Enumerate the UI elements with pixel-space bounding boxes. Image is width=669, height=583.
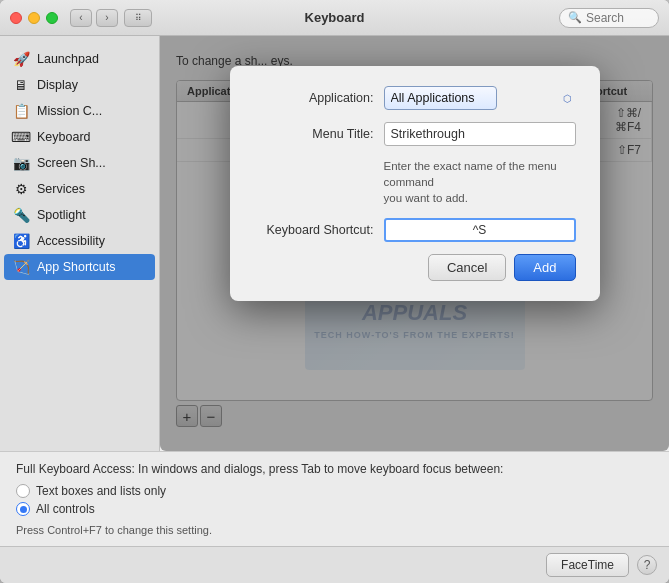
sidebar-label-display: Display	[37, 78, 78, 92]
sidebar-item-screen-sh[interactable]: 📷 Screen Sh...	[0, 150, 159, 176]
bottom-section: Full Keyboard Access: In windows and dia…	[0, 451, 669, 546]
select-arrow-icon: ⬡	[563, 93, 572, 104]
sidebar-label-launchpad: Launchpad	[37, 52, 99, 66]
display-icon: 🖥	[12, 76, 30, 94]
back-button[interactable]: ‹	[70, 9, 92, 27]
app-shortcuts-icon: 🏹	[12, 258, 30, 276]
mission-control-icon: 📋	[12, 102, 30, 120]
modal-buttons: Cancel Add	[254, 254, 576, 281]
app-row: Application: All Applications ⬡	[254, 86, 576, 110]
services-icon: ⚙	[12, 180, 30, 198]
sidebar-label-services: Services	[37, 182, 85, 196]
accessibility-icon: ♿	[12, 232, 30, 250]
radio-circle-all-controls[interactable]	[16, 502, 30, 516]
sidebar: 🚀 Launchpad 🖥 Display 📋 Mission C... ⌨ K…	[0, 36, 160, 451]
sidebar-item-launchpad[interactable]: 🚀 Launchpad	[0, 46, 159, 72]
grid-button[interactable]: ⠿	[124, 9, 152, 27]
shortcut-input-wrapper	[384, 218, 576, 242]
cancel-button[interactable]: Cancel	[428, 254, 506, 281]
help-button[interactable]: ?	[637, 555, 657, 575]
launchpad-icon: 🚀	[12, 50, 30, 68]
add-button[interactable]: Add	[514, 254, 575, 281]
keyboard-icon: ⌨	[12, 128, 30, 146]
facetime-button[interactable]: FaceTime	[546, 553, 629, 577]
shortcut-label: Keyboard Shortcut:	[254, 223, 374, 237]
app-select[interactable]: All Applications	[384, 86, 497, 110]
screen-sh-icon: 📷	[12, 154, 30, 172]
close-button[interactable]	[10, 12, 22, 24]
main-panel: To change a sh... eys. Application Comma…	[160, 36, 669, 451]
sidebar-label-screen-sh: Screen Sh...	[37, 156, 106, 170]
modal-dialog: Application: All Applications ⬡ Menu Tit…	[230, 66, 600, 301]
radio-label-all-controls: All controls	[36, 502, 95, 516]
sidebar-label-mission-control: Mission C...	[37, 104, 102, 118]
radio-dot-all-controls	[20, 506, 27, 513]
sidebar-label-accessibility: Accessibility	[37, 234, 105, 248]
sidebar-label-app-shortcuts: App Shortcuts	[37, 260, 116, 274]
maximize-button[interactable]	[46, 12, 58, 24]
main-window: ‹ › ⠿ Keyboard 🔍 🚀 Launchpad 🖥 Display 📋…	[0, 0, 669, 583]
shortcut-row: Keyboard Shortcut:	[254, 218, 576, 242]
sidebar-item-display[interactable]: 🖥 Display	[0, 72, 159, 98]
sidebar-item-accessibility[interactable]: ♿ Accessibility	[0, 228, 159, 254]
titlebar: ‹ › ⠿ Keyboard 🔍	[0, 0, 669, 36]
search-input[interactable]	[586, 11, 656, 25]
window-title: Keyboard	[305, 10, 365, 25]
app-select-wrapper: All Applications ⬡	[384, 86, 576, 110]
sidebar-item-services[interactable]: ⚙ Services	[0, 176, 159, 202]
sidebar-label-spotlight: Spotlight	[37, 208, 86, 222]
menu-input[interactable]	[384, 122, 576, 146]
modal-overlay: Application: All Applications ⬡ Menu Tit…	[160, 36, 669, 451]
menu-row: Menu Title:	[254, 122, 576, 146]
forward-button[interactable]: ›	[96, 9, 118, 27]
content-area: 🚀 Launchpad 🖥 Display 📋 Mission C... ⌨ K…	[0, 36, 669, 451]
radio-item-all-controls[interactable]: All controls	[16, 502, 653, 516]
keyboard-access-label: Full Keyboard Access: In windows and dia…	[16, 462, 653, 476]
radio-item-text-boxes[interactable]: Text boxes and lists only	[16, 484, 653, 498]
sidebar-item-spotlight[interactable]: 🔦 Spotlight	[0, 202, 159, 228]
radio-circle-text-boxes[interactable]	[16, 484, 30, 498]
sidebar-label-keyboard: Keyboard	[37, 130, 91, 144]
shortcut-input[interactable]	[384, 218, 576, 242]
minimize-button[interactable]	[28, 12, 40, 24]
form-hint: Enter the exact name of the menu command…	[384, 158, 576, 206]
app-label: Application:	[254, 91, 374, 105]
nav-buttons: ‹ ›	[70, 9, 118, 27]
traffic-lights	[10, 12, 58, 24]
search-box[interactable]: 🔍	[559, 8, 659, 28]
sidebar-item-keyboard[interactable]: ⌨ Keyboard	[0, 124, 159, 150]
search-icon: 🔍	[568, 11, 582, 24]
sidebar-item-mission-control[interactable]: 📋 Mission C...	[0, 98, 159, 124]
radio-label-text-boxes: Text boxes and lists only	[36, 484, 166, 498]
spotlight-icon: 🔦	[12, 206, 30, 224]
radio-group: Text boxes and lists only All controls	[16, 484, 653, 516]
hint-text: Press Control+F7 to change this setting.	[16, 524, 653, 536]
menu-label: Menu Title:	[254, 127, 374, 141]
bottom-bar: FaceTime ?	[0, 546, 669, 583]
sidebar-item-app-shortcuts[interactable]: 🏹 App Shortcuts	[4, 254, 155, 280]
